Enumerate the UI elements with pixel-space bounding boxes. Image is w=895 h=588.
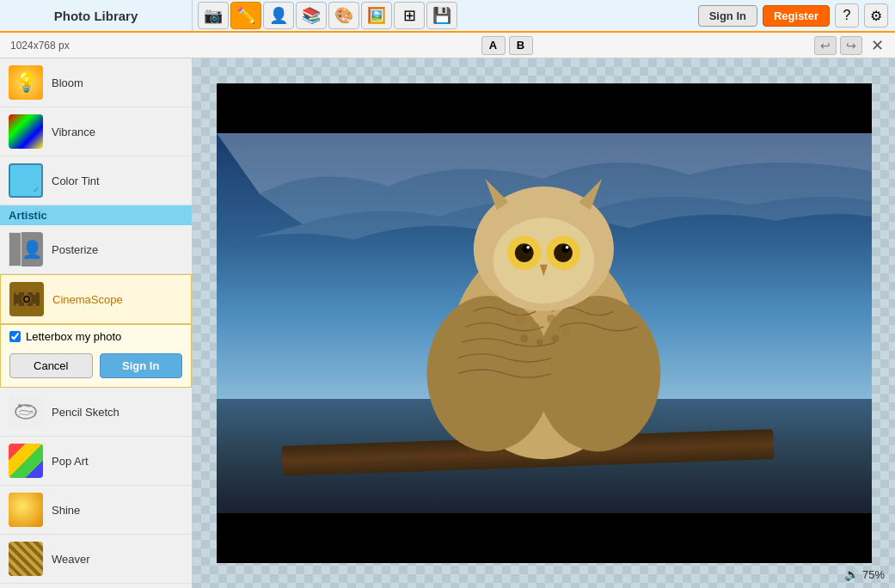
app-title: Photo Library bbox=[0, 0, 193, 31]
frame-tool-btn[interactable]: 🖼️ bbox=[361, 2, 392, 29]
sidebar-item-colortint[interactable]: Color Tint bbox=[0, 156, 192, 205]
film-reel-icon bbox=[14, 290, 40, 309]
sidebar-item-bloom[interactable]: 💡 Bloom bbox=[0, 58, 192, 107]
letterbox-top bbox=[217, 83, 872, 133]
sidebar-item-cinemascope[interactable]: CinemaScope bbox=[0, 274, 192, 324]
close-btn[interactable]: ✕ bbox=[866, 36, 888, 55]
cinemascope-thumb bbox=[9, 282, 44, 316]
redo-icon: ↪ bbox=[846, 39, 856, 52]
svg-rect-8 bbox=[33, 303, 36, 309]
svg-point-30 bbox=[552, 334, 560, 342]
pencilsketch-label: Pencil Sketch bbox=[52, 406, 120, 419]
posterize-label: Posterize bbox=[52, 243, 98, 256]
posterize-thumb: 👤 bbox=[9, 232, 43, 266]
artistic-section-header: Artistic bbox=[0, 205, 192, 225]
popart-thumb bbox=[9, 444, 43, 478]
zoom-indicator: 🔊 75% bbox=[844, 567, 885, 581]
sidebar-item-popart[interactable]: Pop Art bbox=[0, 437, 192, 486]
cancel-button[interactable]: Cancel bbox=[9, 353, 93, 378]
weaver-thumb bbox=[9, 542, 43, 576]
sidebar: 💡 Bloom Vibrance Color Tint Artistic 👤 P… bbox=[0, 58, 193, 588]
close-icon: ✕ bbox=[871, 36, 884, 55]
register-button[interactable]: Register bbox=[763, 5, 830, 27]
image-dimensions: 1024x768 px bbox=[7, 40, 199, 52]
bloom-label: Bloom bbox=[52, 77, 83, 89]
text-b-btn[interactable]: B bbox=[509, 36, 533, 55]
svg-rect-3 bbox=[15, 290, 19, 295]
undo-icon: ↩ bbox=[820, 39, 831, 52]
svg-rect-4 bbox=[24, 290, 28, 295]
signin-button[interactable]: Sign In bbox=[698, 5, 757, 27]
svg-rect-7 bbox=[24, 303, 28, 309]
letterbox-bottom bbox=[217, 513, 872, 563]
svg-point-15 bbox=[493, 218, 595, 304]
zoom-label: 75% bbox=[862, 568, 885, 581]
shine-label: Shine bbox=[52, 504, 80, 517]
svg-point-27 bbox=[563, 327, 571, 334]
svg-point-21 bbox=[561, 245, 569, 253]
sidebar-item-posterize[interactable]: 👤 Posterize bbox=[0, 225, 192, 274]
toolbar: 📷 ✏️ 👤 📚 🎨 🖼️ ⊞ 💾 bbox=[193, 2, 698, 29]
letterbox-checkbox[interactable] bbox=[9, 331, 21, 342]
settings-button[interactable]: ⚙ bbox=[864, 3, 888, 28]
vibrance-label: Vibrance bbox=[52, 126, 95, 138]
colortint-label: Color Tint bbox=[52, 175, 100, 187]
svg-point-23 bbox=[566, 246, 569, 249]
subheader: 1024x768 px A B ↩ ↪ ✕ bbox=[0, 33, 895, 58]
letterbox-label[interactable]: Letterbox my photo bbox=[26, 330, 121, 343]
svg-point-12 bbox=[427, 296, 552, 451]
shine-thumb bbox=[9, 493, 43, 527]
image-inner bbox=[217, 133, 872, 513]
popart-label: Pop Art bbox=[52, 455, 89, 468]
expanded-actions: Cancel Sign In bbox=[1, 348, 191, 387]
camera-tool-btn[interactable]: 📷 bbox=[198, 2, 229, 29]
svg-point-2 bbox=[25, 297, 28, 301]
svg-point-26 bbox=[547, 315, 556, 324]
save-tool-btn[interactable]: 💾 bbox=[426, 2, 457, 29]
person-tool-btn[interactable]: 👤 bbox=[263, 2, 294, 29]
cinemascope-label: CinemaScope bbox=[52, 293, 123, 306]
cinemascope-expanded-panel: Letterbox my photo Cancel Sign In bbox=[0, 324, 192, 388]
brush-tool-btn[interactable]: ✏️ bbox=[230, 2, 261, 29]
svg-rect-5 bbox=[33, 290, 36, 295]
help-icon: ? bbox=[843, 8, 851, 23]
grid-tool-btn[interactable]: ⊞ bbox=[394, 2, 425, 29]
vibrance-thumb bbox=[9, 114, 43, 149]
bloom-thumb: 💡 bbox=[9, 65, 43, 100]
history-controls: ↩ ↪ ✕ bbox=[814, 36, 888, 55]
sidebar-item-pencilsketch[interactable]: Pencil Sketch bbox=[0, 388, 192, 437]
svg-point-29 bbox=[536, 340, 543, 346]
volume-icon: 🔊 bbox=[844, 567, 859, 581]
svg-point-22 bbox=[527, 246, 530, 249]
settings-icon: ⚙ bbox=[870, 8, 882, 24]
weaver-label: Weaver bbox=[52, 553, 90, 566]
main-area: 💡 Bloom Vibrance Color Tint Artistic 👤 P… bbox=[0, 58, 895, 588]
letterbox-row: Letterbox my photo bbox=[1, 325, 191, 348]
layers-tool-btn[interactable]: 📚 bbox=[296, 2, 327, 29]
owl-svg bbox=[360, 171, 727, 482]
undo-btn[interactable]: ↩ bbox=[814, 36, 837, 55]
artistic-label: Artistic bbox=[9, 209, 47, 222]
header-right: Sign In Register ? ⚙ bbox=[698, 3, 895, 28]
svg-point-10 bbox=[18, 404, 21, 407]
help-button[interactable]: ? bbox=[835, 3, 859, 28]
svg-point-28 bbox=[520, 334, 528, 342]
sidebar-item-weaver[interactable]: Weaver bbox=[0, 535, 192, 584]
pencilsketch-thumb bbox=[9, 395, 43, 429]
text-a-btn[interactable]: A bbox=[481, 36, 506, 55]
text-tools: A B bbox=[206, 36, 807, 55]
sidebar-item-shine[interactable]: Shine bbox=[0, 486, 192, 535]
pencilsketch-icon bbox=[13, 399, 39, 425]
svg-point-25 bbox=[532, 323, 540, 331]
redo-btn[interactable]: ↪ bbox=[840, 36, 862, 55]
svg-point-20 bbox=[523, 245, 530, 253]
svg-point-24 bbox=[516, 315, 525, 324]
colortint-thumb bbox=[9, 163, 43, 198]
palette-tool-btn[interactable]: 🎨 bbox=[328, 2, 359, 29]
svg-rect-6 bbox=[15, 303, 19, 309]
app-header: Photo Library 📷 ✏️ 👤 📚 🎨 🖼️ ⊞ 💾 Sign In … bbox=[0, 0, 895, 33]
signin-action-button[interactable]: Sign In bbox=[100, 353, 183, 378]
canvas-area[interactable]: 🔊 75% bbox=[193, 58, 895, 588]
sidebar-item-vibrance[interactable]: Vibrance bbox=[0, 107, 192, 156]
canvas-image bbox=[217, 83, 872, 563]
